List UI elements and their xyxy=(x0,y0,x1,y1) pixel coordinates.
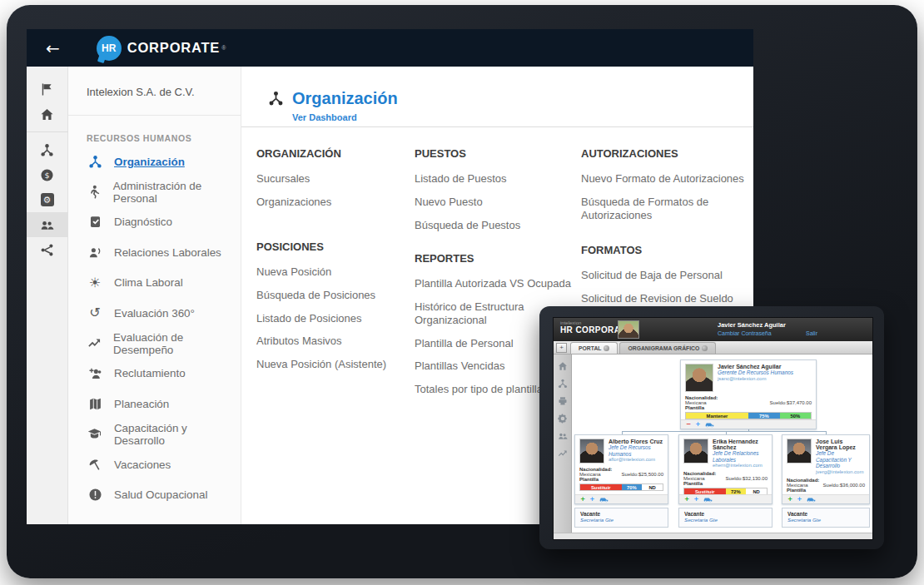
sidebar-item-salud-ocupacional[interactable]: Salud Ocupacional xyxy=(68,479,241,509)
org-card-report[interactable]: Erika Hernandez Sánchez Jefe De Relacion… xyxy=(678,434,772,504)
trend-up-icon[interactable] xyxy=(558,449,568,459)
menu-link[interactable]: Nueva Posición (Asistente) xyxy=(256,358,406,371)
add-button[interactable]: + xyxy=(797,496,802,503)
vacancy-title: Vacante xyxy=(684,511,767,517)
gear-icon[interactable] xyxy=(558,414,568,424)
dollar-circle-icon[interactable]: $ xyxy=(27,162,68,187)
sidebar-item-label: Salud Ocupacional xyxy=(114,488,207,501)
beach-umbrella-icon xyxy=(87,457,103,472)
menu-link[interactable]: Listado de Posiciones xyxy=(256,312,406,325)
car-icon[interactable] xyxy=(703,497,713,503)
org-chart-canvas: Javier Sánchez Aguilar Gerente De Recurs… xyxy=(572,354,872,533)
sidebar-item-label: Planeación xyxy=(114,398,169,410)
menu-link[interactable]: Búsqueda de Posiciones xyxy=(256,289,406,302)
menu-link[interactable]: Búsqueda de Formatos de Autorizaciones xyxy=(581,196,749,223)
menu-group-title: FORMATOS xyxy=(581,244,749,256)
home-icon[interactable] xyxy=(558,361,568,371)
people-icon[interactable] xyxy=(27,212,68,237)
menu-link[interactable]: Atributos Masivos xyxy=(256,335,406,348)
change-password-link[interactable]: Cambiar Contraseña xyxy=(718,330,772,336)
org-chart-icon[interactable] xyxy=(558,379,568,389)
company-name: Intelexion S.A. de C.V. xyxy=(68,67,241,116)
tab-organigrama-grafico[interactable]: ORGANIGRAMA GRÁFICO xyxy=(619,342,716,354)
person-add-icon xyxy=(87,366,103,381)
menu-link[interactable]: Nueva Posición xyxy=(256,265,406,279)
connector-line xyxy=(622,431,827,432)
tab-label: PORTAL xyxy=(579,345,601,351)
employee-email[interactable]: jsanc@intelexion.com xyxy=(718,376,793,381)
sidebar-item-evaluacion-360[interactable]: ↺ Evaluación 360° xyxy=(68,298,241,328)
tab-portal[interactable]: PORTAL xyxy=(570,342,618,354)
menu-link[interactable]: Sucursales xyxy=(256,172,406,186)
menu-link[interactable]: Búsqueda de Puestos xyxy=(415,219,573,232)
menu-link[interactable]: Nuevo Formato de Autorizaciones xyxy=(581,172,749,186)
sidebar-item-label: Diagnóstico xyxy=(114,216,172,228)
sidebar-item-diagnostico[interactable]: Diagnóstico xyxy=(68,207,241,237)
sidebar-item-planeacion[interactable]: Planeación xyxy=(68,389,241,419)
sidebar-item-label: Administración de Personal xyxy=(113,180,241,205)
home-icon[interactable] xyxy=(27,102,68,126)
org-chart-icon[interactable] xyxy=(27,137,68,162)
add-button[interactable]: + xyxy=(693,496,698,503)
sidebar-item-administracion-personal[interactable]: Administración de Personal xyxy=(68,176,241,206)
share-icon[interactable] xyxy=(27,237,68,262)
sidebar-item-clima-laboral[interactable]: ☀ Clima Laboral xyxy=(68,268,241,298)
employee-email[interactable]: aflor@intelexion.com xyxy=(609,457,663,462)
percent-segment: 75% xyxy=(748,413,780,419)
add-button[interactable]: + xyxy=(787,496,792,503)
gear-box-icon[interactable]: ⚙ xyxy=(27,187,68,212)
menu-link[interactable]: Solicitud de Revision de Sueldo xyxy=(581,292,749,305)
flag-icon[interactable] xyxy=(27,77,68,102)
menu-link[interactable]: Listado de Puestos xyxy=(415,172,573,186)
remove-button[interactable]: − xyxy=(686,421,691,428)
printer-icon[interactable] xyxy=(558,396,568,406)
add-button[interactable]: + xyxy=(695,421,700,428)
user-avatar[interactable] xyxy=(618,320,639,339)
add-button[interactable]: + xyxy=(684,496,689,503)
new-tab-button[interactable]: + xyxy=(556,343,567,353)
sidebar-item-label: Organización xyxy=(114,156,185,168)
sidebar-item-evaluacion-desempeno[interactable]: Evaluación de Desempeño xyxy=(68,328,241,358)
menu-link[interactable]: Plantilla Autorizada VS Ocupada xyxy=(415,277,573,290)
overlay-header: intelexion HR CORPORATE 5 Javier Sánchez… xyxy=(554,318,872,341)
org-card-manager[interactable]: Javier Sánchez Aguilar Gerente De Recurs… xyxy=(680,359,817,429)
car-icon[interactable] xyxy=(807,497,816,503)
screenshot-stage: ← HR CORPORATE ® $ ⚙ Intelexion S.A. de … xyxy=(0,0,924,585)
sidebar-item-vacaciones[interactable]: Vacaciones xyxy=(68,449,241,479)
logout-link[interactable]: Salir xyxy=(806,330,817,336)
vacancy-card[interactable]: Vacante Secretaria Gte xyxy=(678,508,772,528)
people-icon[interactable] xyxy=(558,431,568,441)
sidebar-item-capacitacion-desarrollo[interactable]: Capacitación y Desarrollo xyxy=(68,419,241,449)
card-action-strip: + + xyxy=(575,494,668,503)
menu-link[interactable]: Organizaciones xyxy=(256,196,406,209)
person-walking-icon xyxy=(87,185,102,200)
org-chart-icon xyxy=(87,154,103,169)
sidebar-item-label: Clima Laboral xyxy=(114,276,183,289)
user-name: Javier Sánchez Aguilar xyxy=(718,321,786,329)
menu-link[interactable]: Nuevo Puesto xyxy=(415,196,573,209)
vacancy-card[interactable]: Vacante Secretaria Gte xyxy=(574,508,668,528)
vacancy-card[interactable]: Vacante Secretaria Gte xyxy=(782,508,870,528)
car-icon[interactable] xyxy=(705,422,714,428)
sidebar-item-reclutamiento[interactable]: Reclutamiento xyxy=(68,359,241,389)
menu-link[interactable]: Solicitud de Baja de Personal xyxy=(581,269,749,282)
add-button[interactable]: + xyxy=(580,496,585,503)
employee-email[interactable]: ehern@intelexion.com xyxy=(713,463,768,468)
employee-role: Jefe De Capacitación Y Desarrollo xyxy=(816,450,865,469)
svg-text:$: $ xyxy=(44,170,49,179)
add-button[interactable]: + xyxy=(589,496,594,503)
org-card-report[interactable]: Jose Luis Vergara Lopez Jefe De Capacita… xyxy=(782,434,870,504)
org-card-report[interactable]: Alberto Flores Cruz Jefe De Recursos Hum… xyxy=(574,434,668,504)
back-arrow-icon[interactable]: ← xyxy=(46,38,60,58)
sidebar-item-organizacion[interactable]: Organización xyxy=(68,146,241,176)
sidebar-item-relaciones-laborales[interactable]: Relaciones Laborales xyxy=(68,237,241,267)
salary-value: Sueldo:$37,470.00 xyxy=(770,400,812,405)
ver-dashboard-link[interactable]: Ver Dashboard xyxy=(292,112,753,122)
status-segment: Sustituir xyxy=(580,484,622,490)
sidebar-item-label: Reclutamiento xyxy=(114,367,186,379)
employee-email[interactable]: jverg@intelexion.com xyxy=(816,469,865,474)
sidebar: Intelexion S.A. de C.V. RECURSOS HUMANOS… xyxy=(68,67,241,524)
menu-group-puestos: PUESTOS Listado de Puestos Nuevo Puesto … xyxy=(415,147,573,232)
car-icon[interactable] xyxy=(599,497,609,503)
rail-divider xyxy=(27,131,68,132)
